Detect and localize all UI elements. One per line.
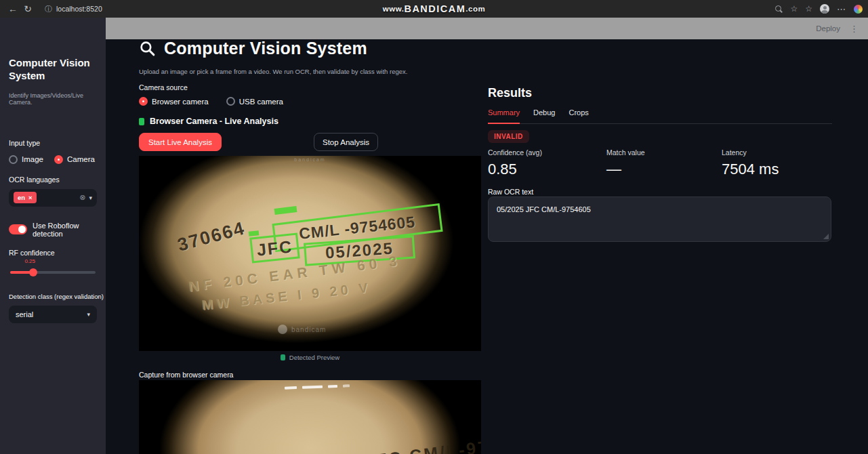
status-badge: INVALID [488, 130, 529, 143]
url-text: localhost:8520 [56, 5, 102, 13]
refresh-icon[interactable]: ↻ [20, 3, 35, 14]
language-chip-label: en [18, 194, 25, 201]
radio-camera[interactable]: Camera [54, 155, 95, 164]
raw-ocr-label: Raw OCR text [488, 188, 533, 196]
radio-image-label: Image [22, 155, 43, 163]
tab-debug[interactable]: Debug [533, 108, 555, 118]
raw-ocr-textarea[interactable]: 05/2025 JFC CM/L-9754605 [488, 197, 831, 242]
capture-label: Capture from browser camera [139, 371, 233, 379]
raw-ocr-value: 05/2025 JFC CM/L-9754605 [497, 205, 591, 213]
chevron-down-icon[interactable]: ▾ [87, 311, 90, 318]
preview-caption-text: Detected Preview [289, 354, 339, 361]
browser-camera-feed: 05/2025 JFC CM/L-9754605 [139, 380, 481, 454]
green-dot-icon [281, 354, 285, 360]
slider-value: 0.25 [24, 258, 35, 264]
streamlit-header-band: Deploy ⋮ [106, 18, 868, 39]
slider-knob[interactable] [29, 268, 37, 276]
sidebar: Computer Vision System Identify Images/V… [0, 18, 106, 454]
site-info-icon[interactable]: ⓘ [45, 4, 52, 14]
radio-image-dot[interactable] [9, 155, 18, 164]
radio-usb-camera-dot[interactable] [226, 97, 235, 106]
profile-avatar[interactable] [820, 4, 829, 14]
ocr-languages-multiselect[interactable]: en × ⊗ ▾ [9, 189, 97, 207]
radio-browser-camera-label: Browser camera [152, 98, 209, 106]
page-header: Computer Vision System [139, 39, 367, 58]
tab-summary[interactable]: Summary [488, 108, 520, 118]
favorites-icon[interactable]: ☆ [790, 4, 798, 14]
roboflow-toggle-label: Use Roboflow detection [33, 222, 97, 238]
page-description: Upload an image or pick a frame from a v… [139, 68, 407, 75]
results-title: Results [488, 86, 532, 100]
address-bar[interactable]: ⓘ localhost:8520 [45, 4, 102, 14]
back-icon[interactable]: ← [5, 3, 20, 14]
tab-crops[interactable]: Crops [569, 108, 588, 118]
chevron-down-icon[interactable]: ▾ [89, 194, 92, 201]
stop-button-label: Stop Analysis [323, 138, 369, 146]
preview-caption: Detected Preview [139, 354, 481, 361]
radio-usb-camera[interactable]: USB camera [226, 97, 283, 106]
input-type-radio-group: Image Camera [9, 155, 97, 164]
detection-class-value: serial [16, 310, 33, 318]
input-type-label: Input type [9, 139, 97, 147]
metric-value: 7504 ms [722, 161, 840, 178]
metric-label: Confidence (avg) [488, 148, 606, 157]
brand-text: JFC [256, 236, 294, 260]
clear-all-icon[interactable]: ⊗ [79, 193, 85, 202]
detected-preview-image: bandicam 370664 CM/L -9754605 JFC 05/202… [139, 156, 481, 351]
green-square-icon [139, 118, 144, 125]
page-title: Computer Vision System [164, 39, 367, 58]
rf-confidence-slider[interactable]: 0.25 [9, 261, 97, 278]
slider-fill [10, 271, 30, 274]
browser-actions: ☆ ☆ ⋯ [775, 4, 863, 14]
bandicam-watermark: www.BANDICAM.com [0, 0, 868, 18]
chip-close-icon[interactable]: × [28, 194, 33, 201]
roboflow-toggle[interactable] [9, 224, 27, 234]
metric-label: Match value [606, 148, 722, 157]
roboflow-toggle-row: Use Roboflow detection [9, 222, 97, 238]
stop-analysis-button[interactable]: Stop Analysis [314, 133, 378, 151]
metrics-row: Confidence (avg) 0.85 Match value — Late… [488, 148, 840, 178]
sidebar-title: Computer Vision System [9, 57, 97, 83]
extension-icon[interactable] [854, 5, 863, 14]
browser-toolbar: ← ↻ ⓘ localhost:8520 www.BANDICAM.com ☆ … [0, 0, 868, 18]
radio-camera-dot[interactable] [54, 155, 63, 164]
app-menu-icon[interactable]: ⋮ [850, 24, 859, 34]
zoom-search-icon[interactable] [775, 5, 783, 13]
bookmark-star-icon[interactable]: ☆ [805, 4, 812, 14]
resize-handle[interactable] [823, 234, 829, 239]
rf-confidence-label: RF confidence [9, 249, 97, 257]
magnifier-icon [139, 40, 156, 57]
radio-camera-label: Camera [67, 155, 95, 163]
radio-browser-camera[interactable]: Browser camera [139, 97, 209, 106]
metric-match-value: Match value — [606, 148, 722, 178]
live-analysis-heading: Browser Camera - Live Analysis [139, 117, 278, 126]
watermark-logo-icon [278, 325, 287, 334]
metric-value: 0.85 [488, 161, 606, 178]
camera-source-radio-group: Browser camera USB camera [139, 97, 283, 106]
start-live-analysis-button[interactable]: Start Live Analysis [139, 133, 222, 151]
detection-class-select[interactable]: serial ▾ [9, 306, 97, 323]
radio-image[interactable]: Image [9, 155, 43, 164]
deploy-button[interactable]: Deploy [816, 24, 840, 33]
metric-label: Latency [722, 148, 840, 157]
detection-class-label: Detection class (regex validation) [9, 293, 97, 300]
live-analysis-title: Browser Camera - Live Analysis [150, 117, 278, 126]
metric-latency: Latency 7504 ms [722, 148, 840, 178]
radio-usb-camera-label: USB camera [239, 98, 283, 106]
results-tabs: Summary Debug Crops [488, 108, 832, 124]
sidebar-subtitle: Identify Images/Videos/Live Camera. [9, 92, 97, 106]
metric-value: — [606, 161, 722, 178]
camera-source-label: Camera source [139, 83, 188, 91]
watermark-text: bandicam [291, 326, 326, 333]
image-watermark-top: bandicam [139, 157, 481, 162]
detection-box-brand: JFC [249, 232, 300, 263]
language-chip[interactable]: en × [14, 192, 37, 203]
radio-browser-camera-dot[interactable] [139, 97, 148, 106]
metric-confidence: Confidence (avg) 0.85 [488, 148, 606, 178]
browser-menu-icon[interactable]: ⋯ [837, 4, 846, 14]
ocr-languages-label: OCR languages [9, 176, 97, 184]
cardboard-surface [139, 380, 481, 454]
start-button-label: Start Live Analysis [148, 138, 212, 146]
computer-vision-app: { "browser": { "url": "localhost:8520", … [0, 0, 868, 454]
image-watermark-center: bandicam [278, 325, 326, 334]
